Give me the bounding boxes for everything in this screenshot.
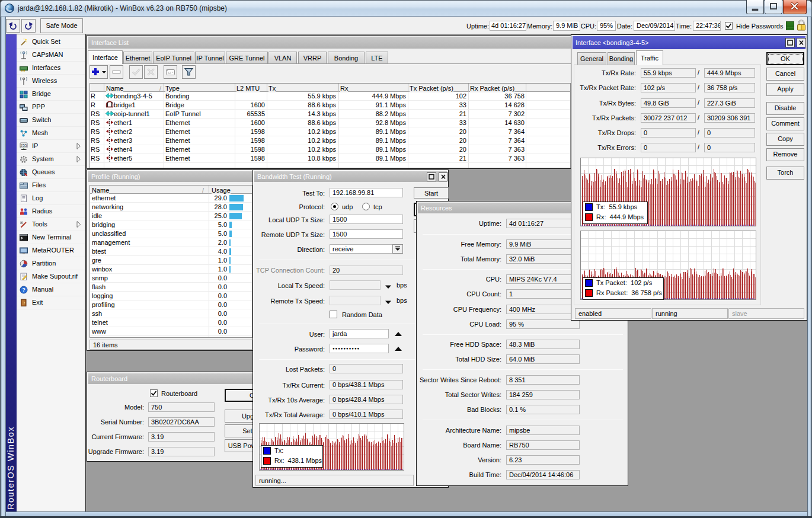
svg-text:255: 255: [21, 143, 27, 148]
svg-text:?: ?: [22, 287, 25, 293]
